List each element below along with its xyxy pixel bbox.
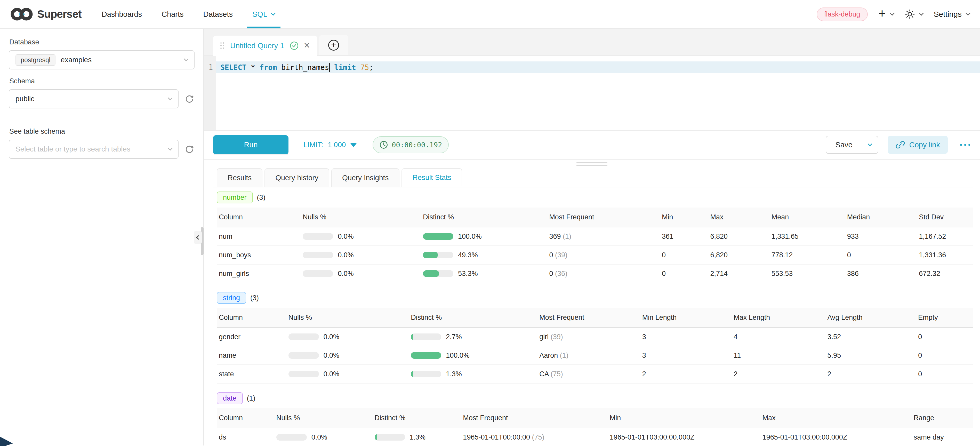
new-item-menu[interactable]: + <box>878 9 894 20</box>
navbar: Superset Dashboards Charts Datasets SQL … <box>0 0 980 29</box>
query-tab[interactable]: Untitled Query 1 × <box>213 36 317 56</box>
splitter-grip-icon[interactable] <box>576 162 608 168</box>
tab-result-stats[interactable]: Result Stats <box>401 168 462 187</box>
superset-logo[interactable]: Superset <box>10 7 81 21</box>
result-stats-content: number(3)ColumnNulls %Distinct %Most Fre… <box>213 191 973 446</box>
line-number: 1 <box>204 61 216 73</box>
distinct-cell: 49.3% <box>421 246 547 264</box>
chevron-down-icon <box>868 142 872 146</box>
column-header: Most Frequent <box>547 207 660 227</box>
nav-item-charts[interactable]: Charts <box>162 0 183 29</box>
type-badge-string: string <box>217 292 246 304</box>
environment-badge: flask-debug <box>817 8 868 21</box>
nav-item-datasets[interactable]: Datasets <box>203 0 233 29</box>
progress-pill-fill <box>423 270 439 277</box>
database-value: examples <box>60 56 92 64</box>
column-header: Min Length <box>640 308 732 328</box>
stat-value-cell: 361 <box>660 227 708 246</box>
sql-code-line[interactable]: SELECT * from birth_names limit 75; <box>216 61 980 73</box>
stat-value-cell: 1,167.52 <box>917 227 973 246</box>
chevron-down-icon <box>890 11 894 16</box>
refresh-schemas-button[interactable] <box>184 94 194 104</box>
nulls-cell: 0.0% <box>286 365 409 383</box>
save-button[interactable]: Save <box>826 136 862 153</box>
nulls-cell: 0.0% <box>274 428 372 446</box>
close-tab-icon[interactable]: × <box>304 40 310 50</box>
settings-menu[interactable]: Settings <box>934 10 970 19</box>
progress-cell: 53.3% <box>423 270 544 278</box>
sql-editor[interactable]: 1 SELECT * from birth_names limit 75; <box>204 56 980 130</box>
query-tab-title: Untitled Query 1 <box>230 41 284 50</box>
nulls-cell: 0.0% <box>301 227 421 246</box>
collapse-sidebar-button[interactable] <box>194 231 202 244</box>
distinct-cell: 1.3% <box>372 428 461 446</box>
progress-percent: 0.0% <box>312 433 328 441</box>
stat-value-cell: 0 <box>660 246 708 264</box>
column-header: Std Dev <box>917 207 973 227</box>
run-query-button[interactable]: Run <box>213 135 288 155</box>
chevron-down-icon <box>270 11 275 16</box>
most-frequent-count: (75) <box>530 433 544 441</box>
editor-code-area[interactable]: SELECT * from birth_names limit 75; <box>216 56 980 130</box>
nulls-cell: 0.0% <box>301 264 421 283</box>
copy-link-button[interactable]: Copy link <box>888 136 948 154</box>
progress-pill <box>303 252 333 258</box>
stat-value-cell: 2,714 <box>708 264 769 283</box>
column-header: Max <box>708 207 769 227</box>
most-frequent-value: 0 <box>549 251 553 259</box>
progress-pill <box>423 233 453 240</box>
table-select-placeholder: Select table or type to search tables <box>16 145 130 153</box>
sql-token <box>356 63 361 72</box>
progress-percent: 100.0% <box>446 352 469 360</box>
stat-value-cell: 2 <box>640 365 732 383</box>
most-frequent-value: 369 <box>549 233 561 240</box>
theme-menu[interactable] <box>905 9 923 19</box>
database-select[interactable]: postgresql examples <box>9 50 194 69</box>
editor-gutter: 1 <box>204 56 216 130</box>
stat-value-cell: 1,331.36 <box>917 246 973 264</box>
copy-link-label: Copy link <box>909 141 940 149</box>
stat-value-cell: 0 <box>916 365 973 383</box>
progress-pill <box>288 333 319 340</box>
type-badge-number: number <box>217 191 253 203</box>
save-options-button[interactable] <box>862 136 878 153</box>
table-select[interactable]: Select table or type to search tables <box>9 140 178 159</box>
nav-item-sql[interactable]: SQL <box>252 0 275 29</box>
refresh-tables-button[interactable] <box>184 144 194 155</box>
save-split-button: Save <box>826 136 878 154</box>
more-options-button[interactable] <box>959 142 972 148</box>
sql-token: * <box>247 63 259 72</box>
drag-handle-icon[interactable] <box>220 42 224 49</box>
table-row: num_boys0.0%49.3%0 (39)06,820778.1201,33… <box>217 246 973 264</box>
progress-pill <box>411 333 441 340</box>
progress-pill <box>288 371 319 378</box>
column-header: Max <box>760 408 912 428</box>
progress-cell: 1.3% <box>411 370 535 378</box>
stat-value-cell: 6,820 <box>708 227 769 246</box>
query-timer: 00:00:00.192 <box>372 136 449 153</box>
progress-pill <box>303 270 333 277</box>
distinct-cell: 100.0% <box>409 346 537 365</box>
column-header: Column <box>217 408 274 428</box>
settings-label: Settings <box>934 10 962 19</box>
stat-value-cell: 1965-01-01T03:00:00.000Z <box>608 428 760 446</box>
progress-percent: 2.7% <box>446 333 462 341</box>
pane-splitter[interactable] <box>204 159 980 168</box>
header-row: ColumnNulls %Distinct %Most FrequentMin … <box>217 308 973 328</box>
editor-toolbar: Run LIMIT: 1 000 00:00:00.192 Save <box>204 130 980 159</box>
progress-percent: 1.3% <box>410 433 426 441</box>
tab-query-insights[interactable]: Query Insights <box>331 168 400 187</box>
tab-results[interactable]: Results <box>217 168 262 187</box>
stats-section-number: number(3)ColumnNulls %Distinct %Most Fre… <box>213 191 973 283</box>
chevron-down-icon <box>919 11 923 16</box>
limit-value: 1 000 <box>328 141 346 149</box>
progress-percent: 49.3% <box>458 251 478 259</box>
schema-select[interactable]: public <box>9 89 178 108</box>
new-query-tab-button[interactable]: + <box>319 35 348 55</box>
progress-percent: 53.3% <box>458 270 478 278</box>
limit-dropdown[interactable]: LIMIT: 1 000 <box>304 141 356 149</box>
column-header: Column <box>217 207 301 227</box>
tab-query-history[interactable]: Query history <box>264 168 329 187</box>
nav-item-dashboards[interactable]: Dashboards <box>102 0 142 29</box>
stat-value-cell: 778.12 <box>770 246 845 264</box>
